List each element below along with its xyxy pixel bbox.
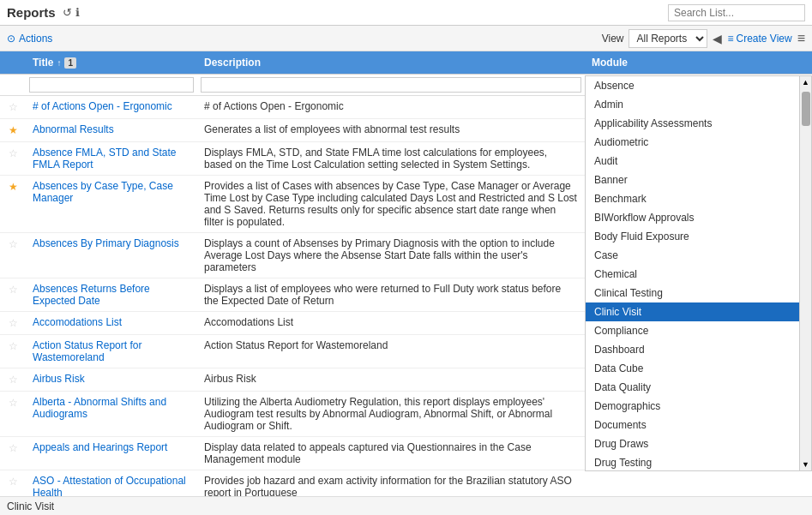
page-title: Reports [7, 5, 56, 20]
dropdown-item[interactable]: Drug Draws [586, 434, 811, 453]
table-header: Title ↑ 1 Description Module [0, 51, 812, 75]
status-bar: Clinic Visit [0, 496, 812, 515]
row-title[interactable]: Absences By Primary Diagnosis [26, 233, 197, 254]
row-title[interactable]: Abnormal Results [26, 119, 197, 140]
row-desc: Provides a list of Cases with absences b… [197, 176, 585, 232]
row-desc: Displays a count of Absenses by Primary … [197, 233, 585, 278]
dropdown-item[interactable]: Drug Testing [586, 453, 811, 470]
refresh-icon[interactable]: ↺ [63, 6, 72, 19]
module-dropdown: Absence Admin Applicability Assessments … [585, 75, 812, 471]
scroll-down-arrow[interactable]: ▼ [800, 458, 811, 470]
dropdown-item[interactable]: Data Quality [586, 378, 811, 397]
row-desc: Utilizing the Alberta Audiometry Regulat… [197, 392, 585, 436]
dropdown-item[interactable]: Applicability Assessments [586, 114, 811, 133]
row-desc: Action Status Report for Wastemoreland [197, 335, 585, 356]
row-desc: Display data related to appeals captured… [197, 437, 585, 470]
sort-asc-icon[interactable]: ↑ [57, 58, 61, 68]
header-icons: ↺ ℹ [63, 6, 80, 19]
star-icon[interactable]: ☆ [0, 368, 26, 391]
dropdown-item-selected[interactable]: Clinic Visit [586, 302, 811, 321]
col-title: Title ↑ 1 [26, 51, 197, 74]
row-desc: # of Actions Open - Ergonomic [197, 96, 585, 117]
row-title[interactable]: Airbus Risk [26, 368, 197, 389]
create-view-button[interactable]: ≡ Create View [727, 33, 791, 45]
row-title[interactable]: Absences Returns Before Expected Date [26, 278, 197, 311]
create-view-icon: ≡ [727, 33, 733, 45]
row-title[interactable]: Absences by Case Type, Case Manager [26, 176, 197, 208]
status-module-label: Clinic Visit [7, 500, 54, 512]
actions-label: Actions [19, 33, 52, 45]
row-title[interactable]: Accomodations List [26, 312, 197, 332]
actions-icon: ⊙ [7, 33, 15, 45]
row-desc: Accomodations List [197, 312, 585, 332]
dropdown-item[interactable]: Admin [586, 95, 811, 114]
star-icon[interactable]: ☆ [0, 470, 26, 493]
star-icon[interactable]: ☆ [0, 392, 26, 414]
dropdown-item[interactable]: Chemical [586, 265, 811, 284]
star-icon[interactable]: ☆ [0, 96, 26, 118]
dropdown-item[interactable]: Body Fluid Exposure [586, 227, 811, 246]
dropdown-item[interactable]: Documents [586, 416, 811, 434]
toolbar: ⊙ Actions View All Reports My Reports Fa… [0, 26, 812, 51]
view-section: View All Reports My Reports Favorites ◀ … [602, 29, 805, 48]
col-description: Description [197, 51, 585, 74]
row-desc: Displays a list of employees who were re… [197, 278, 585, 311]
row-title[interactable]: Absence FMLA, STD and State FMLA Report [26, 142, 197, 175]
dropdown-item[interactable]: Data Cube [586, 359, 811, 378]
dropdown-item[interactable]: Benchmark [586, 189, 811, 208]
row-module [585, 470, 812, 479]
star-icon[interactable]: ☆ [0, 437, 26, 459]
filter-title-input[interactable] [29, 77, 194, 93]
dropdown-item[interactable]: Dashboard [586, 340, 811, 359]
table-body: ☆ # of Actions Open - Ergonomic # of Act… [0, 75, 812, 515]
dropdown-item[interactable]: Audit [586, 152, 811, 171]
row-title[interactable]: Appeals and Hearings Report [26, 437, 197, 458]
page-header: Reports ↺ ℹ [0, 0, 812, 26]
nav-back-icon[interactable]: ◀ [713, 32, 722, 45]
star-icon[interactable]: ☆ [0, 233, 26, 255]
scroll-thumb [802, 92, 810, 126]
col-star [0, 51, 26, 74]
title-col-label: Title [33, 57, 53, 69]
star-icon[interactable]: ★ [0, 119, 26, 141]
star-icon[interactable]: ★ [0, 176, 26, 198]
dropdown-list: Absence Admin Applicability Assessments … [586, 76, 811, 470]
star-icon[interactable]: ☆ [0, 278, 26, 301]
row-desc: Generates a list of employees with abnor… [197, 119, 585, 140]
dropdown-item[interactable]: Clinical Testing [586, 284, 811, 302]
row-title[interactable]: Alberta - Abnormal Shifts and Audiograms [26, 392, 197, 424]
col-module: Module [585, 51, 812, 74]
search-container [668, 4, 805, 21]
dropdown-item[interactable]: Banner [586, 171, 811, 189]
star-icon[interactable]: ☆ [0, 335, 26, 357]
star-icon[interactable]: ☆ [0, 142, 26, 165]
dropdown-item[interactable]: BIWorkflow Approvals [586, 208, 811, 227]
create-view-label: Create View [737, 33, 792, 45]
table-container: Title ↑ 1 Description Module ☆ [0, 51, 812, 515]
star-icon[interactable]: ☆ [0, 312, 26, 334]
dropdown-item[interactable]: Audiometric [586, 133, 811, 152]
search-input[interactable] [668, 4, 805, 21]
dropdown-scrollbar[interactable]: ▲ ▼ [799, 76, 811, 470]
view-label: View [602, 33, 624, 45]
dropdown-item[interactable]: Demographics [586, 397, 811, 416]
filter-desc-input[interactable] [201, 77, 581, 93]
row-title[interactable]: # of Actions Open - Ergonomic [26, 96, 197, 117]
actions-button[interactable]: ⊙ Actions [7, 33, 52, 45]
sort-badge: 1 [64, 57, 76, 69]
view-select[interactable]: All Reports My Reports Favorites [629, 29, 707, 48]
scroll-up-arrow[interactable]: ▲ [800, 76, 811, 88]
menu-icon[interactable]: ≡ [797, 31, 805, 46]
dropdown-item[interactable]: Absence [586, 76, 811, 95]
info-icon[interactable]: ℹ [75, 6, 80, 19]
row-title[interactable]: Action Status Report for Wastemoreland [26, 335, 197, 368]
dropdown-item[interactable]: Compliance [586, 321, 811, 340]
row-desc: Airbus Risk [197, 368, 585, 389]
dropdown-item[interactable]: Case [586, 246, 811, 265]
row-desc: Displays FMLA, STD, and State FMLA time … [197, 142, 585, 175]
